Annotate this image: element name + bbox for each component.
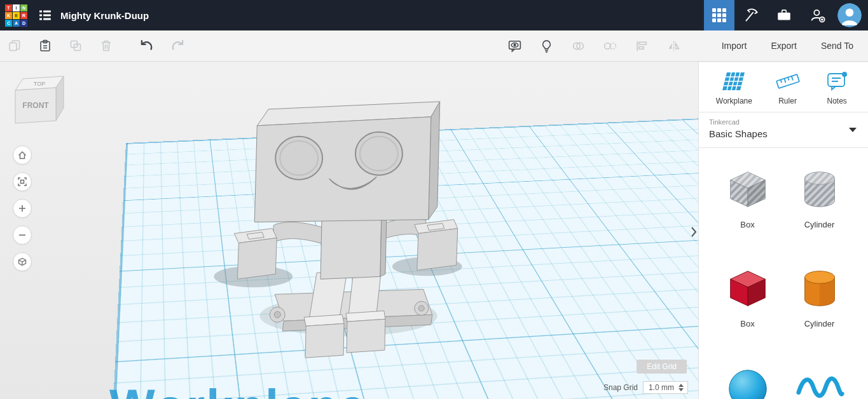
box-hole-icon xyxy=(723,165,773,214)
redo-icon xyxy=(170,38,186,53)
align-icon xyxy=(635,39,649,53)
ruler-tool-label: Ruler xyxy=(778,97,797,105)
category-name: Basic Shapes xyxy=(709,128,858,139)
topbar: T I N K E R C A D Mighty Krunk-Duup xyxy=(0,0,868,30)
shape-label: Cylinder xyxy=(804,220,835,229)
minus-icon xyxy=(17,230,27,240)
snap-grid-row: Snap Grid 1.0 mm xyxy=(603,381,688,394)
panel-tools-row: Workplane Ruler Notes xyxy=(699,62,868,112)
design-title[interactable]: Mighty Krunk-Duup xyxy=(60,10,704,21)
toolbar: Import Export Send To xyxy=(0,30,868,62)
design-menu-button[interactable] xyxy=(32,0,58,30)
view-tools-column xyxy=(13,145,32,271)
robot-model-layer xyxy=(0,62,698,399)
viewcube-front-label: FRONT xyxy=(22,101,49,110)
io-buttons-group: Import Export Send To xyxy=(712,30,863,61)
edit-grid-button[interactable]: Edit Grid xyxy=(637,360,687,374)
notes-tool[interactable]: Notes xyxy=(823,70,851,105)
copy-icon xyxy=(8,39,22,53)
tinkercad-logo[interactable]: T I N K E R C A D xyxy=(5,4,27,27)
ruler-tool[interactable]: Ruler xyxy=(774,70,802,105)
logo-letter-cell: A xyxy=(13,20,20,27)
undo-icon xyxy=(139,38,154,53)
snap-grid-value: 1.0 mm xyxy=(649,383,674,392)
export-button[interactable]: Export xyxy=(761,36,806,56)
topbar-actions xyxy=(704,0,868,30)
shape-label: Box xyxy=(740,319,754,328)
mirror-flip-icon xyxy=(666,39,681,53)
snap-grid-label: Snap Grid xyxy=(603,383,638,392)
ungroup-button[interactable] xyxy=(603,39,617,53)
trash-icon xyxy=(99,39,113,53)
redo-button[interactable] xyxy=(170,38,186,53)
delete-button[interactable] xyxy=(99,39,113,53)
scribble-blue-icon xyxy=(795,363,844,399)
paste-button[interactable] xyxy=(38,39,52,53)
send-to-button[interactable]: Send To xyxy=(811,36,863,56)
align-button[interactable] xyxy=(635,39,649,53)
list-icon xyxy=(38,8,53,23)
viewport-canvas[interactable]: Workplane xyxy=(0,62,698,399)
ortho-cube-icon xyxy=(17,257,27,267)
shape-library-dropdown[interactable]: Tinkercad Basic Shapes xyxy=(699,112,868,148)
stepper-carets-icon xyxy=(679,384,684,391)
edit-tools-group xyxy=(8,30,186,61)
blocks-pickaxe-button[interactable] xyxy=(734,0,768,30)
add-collaborator-button[interactable] xyxy=(801,0,834,30)
library-name: Tinkercad xyxy=(709,118,858,126)
shape-cylinder-hole[interactable]: Cylinder xyxy=(783,165,855,229)
perspective-toggle-button[interactable] xyxy=(13,252,32,271)
import-button[interactable]: Import xyxy=(712,36,757,56)
shapes-panel: Workplane Ruler Notes xyxy=(698,62,868,399)
portfolio-briefcase-button[interactable] xyxy=(768,0,801,30)
tips-button[interactable] xyxy=(539,39,554,53)
panel-collapse-handle[interactable] xyxy=(689,222,698,241)
show-annotations-button[interactable] xyxy=(507,39,522,53)
notes-icon xyxy=(823,70,851,93)
group-button[interactable] xyxy=(571,39,586,53)
duplicate-icon xyxy=(69,39,83,53)
cylinder-hole-icon xyxy=(795,165,844,214)
logo-letter-cell: I xyxy=(13,4,20,11)
sphere-blue-icon xyxy=(723,363,773,399)
mirror-button[interactable] xyxy=(666,39,681,53)
chevron-right-icon xyxy=(691,226,697,238)
shape-scribble[interactable] xyxy=(783,363,855,399)
group-icon xyxy=(571,39,586,53)
view-cube[interactable]: TOP FRONT xyxy=(10,67,74,131)
person-avatar-icon xyxy=(837,3,862,27)
home-view-button[interactable] xyxy=(13,145,32,165)
robot-model[interactable] xyxy=(214,102,462,358)
copy-button[interactable] xyxy=(8,39,22,53)
briefcase-icon xyxy=(776,7,792,24)
lightbulb-icon xyxy=(539,39,554,53)
notes-tool-label: Notes xyxy=(827,97,846,105)
workplane-tool-label: Workplane xyxy=(716,97,752,105)
workplane-tool[interactable]: Workplane xyxy=(716,70,752,105)
annotation-eye-icon xyxy=(507,39,522,53)
view-tools-group xyxy=(507,30,681,61)
dashboard-grid-button[interactable] xyxy=(704,0,734,30)
zoom-out-button[interactable] xyxy=(13,226,32,245)
shape-grid: Box Cylinder xyxy=(699,148,868,399)
cylinder-orange-icon xyxy=(795,264,844,313)
paste-icon xyxy=(38,39,52,53)
pickaxe-icon xyxy=(743,7,759,24)
logo-letter-cell: T xyxy=(5,4,12,11)
shape-cylinder-solid[interactable]: Cylinder xyxy=(783,264,855,328)
shape-box-hole[interactable]: Box xyxy=(712,165,783,229)
zoom-in-button[interactable] xyxy=(13,199,32,218)
fit-view-button[interactable] xyxy=(13,172,32,191)
shape-sphere[interactable] xyxy=(712,363,783,399)
logo-letter-cell: E xyxy=(13,12,20,19)
shape-box-solid[interactable]: Box xyxy=(712,264,783,328)
snap-grid-select[interactable]: 1.0 mm xyxy=(643,381,688,394)
duplicate-button[interactable] xyxy=(69,39,83,53)
account-avatar[interactable] xyxy=(837,3,862,27)
home-icon xyxy=(17,150,27,160)
logo-letter-cell: N xyxy=(20,4,27,11)
ungroup-icon xyxy=(603,39,617,53)
viewcube-top-label: TOP xyxy=(34,81,45,87)
logo-letter-cell: R xyxy=(20,12,27,19)
undo-button[interactable] xyxy=(139,38,154,53)
